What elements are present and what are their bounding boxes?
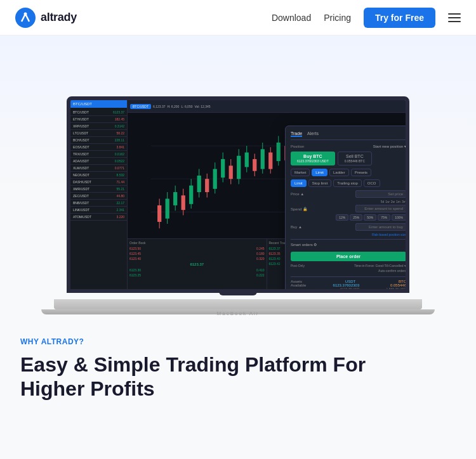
trade-panel: Trade Alerts Position Start new position… xyxy=(285,126,409,293)
buy-input[interactable] xyxy=(355,223,406,231)
limit-tab-button[interactable]: Limit xyxy=(312,169,327,176)
price-field-row: Price ▲ xyxy=(291,190,406,198)
sidebar-coin-row[interactable]: BNB/USDT22.17 xyxy=(70,200,127,207)
sell-btc-button[interactable]: Sell BTC0.055446 BTC xyxy=(338,152,372,165)
smart-orders-section: Smart orders ⚙ xyxy=(291,239,406,247)
logo-text: altrady xyxy=(41,11,77,24)
spend-field-label: Spend 🔒 xyxy=(291,207,307,211)
pct-12-button[interactable]: 12% xyxy=(336,214,348,221)
sidebar-coin-row[interactable]: XMR/USDT55.21 xyxy=(70,186,127,193)
sidebar-coin-row[interactable]: ZEC/USDT44.80 xyxy=(70,193,127,200)
hamburger-menu-button[interactable] xyxy=(448,13,461,22)
sidebar-coin-row[interactable]: XRP/USDT0.3142 xyxy=(70,123,127,130)
usdt-usd-value: 6123.38 USD xyxy=(333,287,360,291)
laptop-brand-label: MacBook Air xyxy=(41,311,435,316)
position-label: Position xyxy=(291,145,304,148)
percentage-row: 12% 25% 50% 75% 100% xyxy=(291,214,406,221)
sidebar-coin-row[interactable]: ETH/USDT182.45 xyxy=(70,116,127,123)
ladder-tab-button[interactable]: Ladder xyxy=(329,169,349,176)
sidebar-coin-row[interactable]: ADA/USDT0.0522 xyxy=(70,158,127,165)
sidebar-coin-row[interactable]: DASH/USDT71.44 xyxy=(70,179,127,186)
buy-field-row: Buy ▲ xyxy=(291,223,406,231)
navbar: altrady Download Pricing Try for Free xyxy=(0,0,476,36)
tif-value: Time-in-Force: Good-Till-Cancelled ▾ xyxy=(354,264,406,268)
tab-alerts[interactable]: Alerts xyxy=(307,131,319,137)
pct-75-button[interactable]: 75% xyxy=(378,214,390,221)
pct-50-button[interactable]: 50% xyxy=(364,214,376,221)
available-row: Available 6123.37602303 6123.38 USD 0.05… xyxy=(291,283,406,291)
sidebar-coin-row[interactable]: ATOM/USDT3.220 xyxy=(70,214,127,221)
trade-panel-tab-row: Trade Alerts xyxy=(291,131,406,140)
sidebar-coin-row[interactable]: NEO/USDT8.532 xyxy=(70,172,127,179)
trading-topbar: BTC/USDT 6,123.37 H: 6,200 L: 6,050 Vol:… xyxy=(128,100,406,113)
post-only-label: Post-Only xyxy=(291,264,305,268)
price-field-label: Price ▲ xyxy=(291,192,304,196)
why-label: WHY ALTRADY? xyxy=(20,337,456,346)
auto-confirm-label: Auto-confirm orders xyxy=(291,269,406,273)
text-section: WHY ALTRADY? Easy & Simple Trading Platf… xyxy=(0,314,476,414)
position-size-link[interactable]: Risk-based position size xyxy=(291,233,406,236)
pct-100-button[interactable]: 100% xyxy=(392,214,406,221)
assets-section: Assets USDT BTC Available 6123.37602303 … xyxy=(291,276,406,291)
laptop-mockup: BTC/USDT BTC/USDT6123.37ETH/USDT182.45XR… xyxy=(54,96,422,314)
tab-trade[interactable]: Trade xyxy=(291,131,302,137)
try-for-free-button[interactable]: Try for Free xyxy=(364,8,435,28)
svg-point-0 xyxy=(15,8,36,28)
btc-usd-value: 1,888.38 USD xyxy=(387,287,406,291)
hero-section: BTC/USDT BTC/USDT6123.37ETH/USDT182.45XR… xyxy=(0,36,476,314)
presets-tab-button[interactable]: Presets xyxy=(351,169,371,176)
sidebar-coin-row[interactable]: BCH/USDT228.11 xyxy=(70,137,127,144)
sidebar-coin-row[interactable]: LINK/USDT2.341 xyxy=(70,207,127,214)
heading-line-2: Higher Profits xyxy=(20,377,155,400)
sidebar-coin-row[interactable]: EOS/USDT3.841 xyxy=(70,144,127,151)
navbar-links: Download Pricing Try for Free xyxy=(272,8,461,28)
laptop-notch xyxy=(219,289,257,295)
place-order-button[interactable]: Place order xyxy=(291,252,406,261)
sidebar-coin-row[interactable]: XLM/USDT0.0771 xyxy=(70,165,127,172)
laptop-base xyxy=(54,299,422,309)
order-oco-button[interactable]: OCO xyxy=(364,179,380,187)
laptop-bottom: MacBook Air xyxy=(41,309,435,314)
view-type-row: Market Limit Ladder Presets xyxy=(291,169,406,176)
trading-sidebar: BTC/USDT BTC/USDT6123.37ETH/USDT182.45XR… xyxy=(70,100,128,289)
market-tab-button[interactable]: Market xyxy=(291,169,310,176)
spend-input[interactable] xyxy=(355,205,406,212)
pricing-link[interactable]: Pricing xyxy=(324,13,351,23)
order-trailing-button[interactable]: Trailing stop xyxy=(333,179,361,187)
position-row: Position Start new position ▾ xyxy=(291,144,406,148)
available-label: Available xyxy=(291,283,306,291)
position-value: Start new position ▾ xyxy=(373,144,406,148)
sidebar-coin-row[interactable]: LTC/USDT58.22 xyxy=(70,130,127,137)
spend-field-row: Spend 🔒 xyxy=(291,205,406,212)
price-input[interactable] xyxy=(355,190,406,198)
buy-btc-button[interactable]: Buy BTC6123.37602303 USDT xyxy=(291,152,335,165)
order-stoplimit-button[interactable]: Stop limit xyxy=(308,179,332,187)
heading-line-1: Easy & Simple Trading Platform For xyxy=(20,353,366,376)
buy-field-label: Buy ▲ xyxy=(291,225,302,229)
laptop-screen: BTC/USDT BTC/USDT6123.37ETH/USDT182.45XR… xyxy=(67,96,409,293)
pct-25-button[interactable]: 25% xyxy=(350,214,362,221)
navbar-logo-group: altrady xyxy=(15,8,77,28)
order-type-buttons: Limit Stop limit Trailing stop OCO xyxy=(291,179,406,187)
main-heading: Easy & Simple Trading Platform For Highe… xyxy=(20,352,456,401)
order-limit-button[interactable]: Limit xyxy=(291,179,307,187)
svg-point-1 xyxy=(24,12,27,15)
sidebar-coin-row[interactable]: TRX/USDT0.0162 xyxy=(70,151,127,158)
altrady-logo-icon xyxy=(15,8,36,28)
sidebar-coin-row[interactable]: BTC/USDT6123.37 xyxy=(70,109,127,116)
download-link[interactable]: Download xyxy=(272,13,311,23)
